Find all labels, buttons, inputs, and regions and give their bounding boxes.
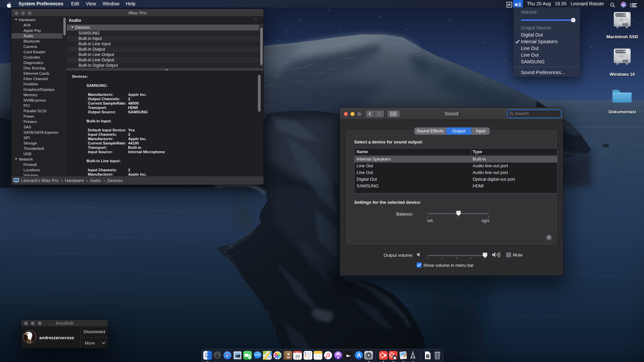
svg-text:AUG: AUG (296, 352, 299, 353)
svg-text:20: 20 (295, 354, 300, 359)
svg-text:tv: tv (348, 354, 351, 357)
